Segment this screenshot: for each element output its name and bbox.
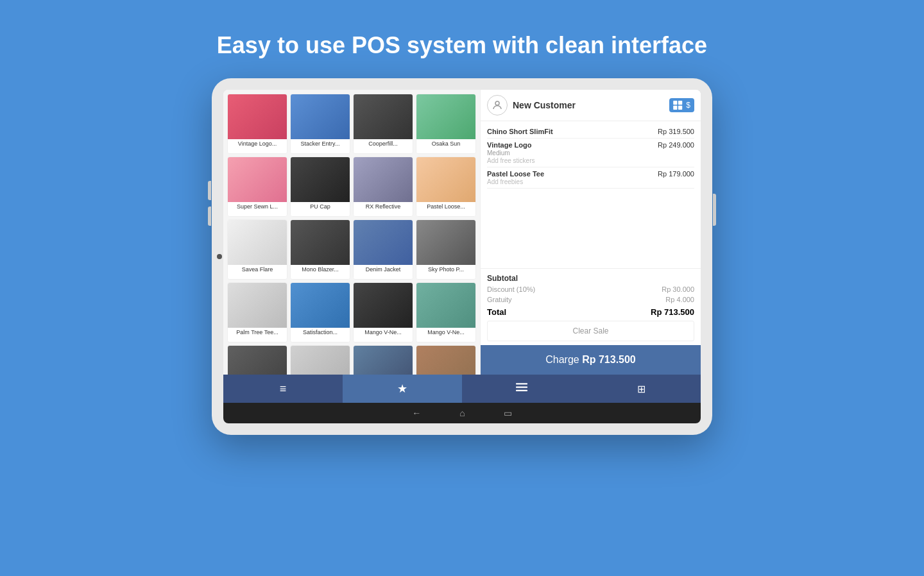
products-panel: Vintage Logo...Stacker Entry...Cooperfil… — [223, 90, 480, 375]
product-label: Denim Jacket — [354, 265, 413, 279]
total-value: Rp 713.500 — [651, 307, 694, 317]
list-icon — [516, 383, 527, 394]
order-panel: New Customer $ Chi — [480, 90, 701, 375]
order-item[interactable]: Vintage LogoMediumAdd free stickersRp 24… — [487, 139, 694, 167]
order-summary: Subtotal Discount (10%) Rp 30.000 Gratui… — [481, 268, 701, 345]
svg-rect-6 — [516, 387, 527, 388]
product-label: Stacker Entry... — [291, 139, 350, 153]
nav-calculator[interactable]: ⊞ — [581, 375, 701, 403]
product-image — [416, 283, 475, 328]
product-label: Sky Photo P... — [416, 265, 475, 279]
product-item[interactable]: Cooperfill... — [353, 94, 413, 154]
subtotal-row: Subtotal — [487, 273, 694, 284]
product-item[interactable]: Pastel Loose... — [416, 157, 476, 217]
clear-sale-button[interactable]: Clear Sale — [487, 321, 694, 341]
tablet-frame: Vintage Logo...Stacker Entry...Cooperfil… — [212, 78, 712, 435]
charge-button[interactable]: Charge Rp 713.500 — [481, 345, 701, 375]
gratuity-row: Gratuity Rp 4.000 — [487, 294, 694, 305]
gratuity-value: Rp 4.000 — [665, 296, 694, 303]
tablet-screen: Vintage Logo...Stacker Entry...Cooperfil… — [223, 90, 701, 423]
discount-row: Discount (10%) Rp 30.000 — [487, 284, 694, 294]
product-item[interactable]: Mono Blazer... — [290, 219, 350, 280]
android-recent-button[interactable]: ▭ — [504, 408, 512, 418]
product-image — [416, 94, 475, 139]
product-item[interactable]: York Park — [353, 345, 413, 375]
total-label: Total — [487, 307, 506, 317]
product-image — [354, 94, 413, 139]
product-item[interactable]: RX Reflective — [353, 157, 413, 217]
product-item[interactable]: Super Sewn L... — [227, 157, 287, 217]
product-label: Satisfaction... — [291, 328, 350, 342]
product-image — [228, 283, 287, 328]
product-image — [291, 157, 350, 202]
favorites-icon: ★ — [397, 382, 407, 396]
nav-orders[interactable] — [462, 375, 581, 403]
product-item[interactable]: Savea Flare — [227, 219, 287, 280]
nav-menu[interactable]: ≡ — [223, 375, 343, 403]
product-item[interactable]: Stacker Entry... — [290, 94, 350, 154]
product-item[interactable]: Palm Tree Tee... — [227, 282, 287, 343]
product-item[interactable]: Mango V-Ne... — [416, 282, 476, 343]
product-item[interactable]: Corduroy... — [227, 345, 287, 375]
gratuity-label: Gratuity — [487, 296, 512, 303]
product-image — [228, 94, 287, 139]
product-image — [354, 157, 413, 202]
android-home-button[interactable]: ⌂ — [459, 408, 465, 418]
product-item[interactable]: Satisfaction... — [290, 282, 350, 343]
product-item[interactable]: PU Cap — [290, 157, 350, 217]
order-item-price: Rp 179.000 — [658, 170, 694, 178]
order-item-variant: Medium — [487, 149, 535, 157]
svg-point-0 — [495, 101, 499, 105]
order-item-note: Add free stickers — [487, 157, 535, 164]
product-image — [291, 283, 350, 328]
charge-label: Charge — [545, 354, 579, 365]
order-menu-button[interactable]: $ — [669, 98, 694, 112]
customer-avatar[interactable] — [487, 95, 508, 115]
order-item-note: Add freebies — [487, 178, 544, 185]
product-image — [228, 157, 287, 202]
svg-rect-2 — [678, 101, 682, 105]
product-image — [291, 220, 350, 265]
product-image — [354, 346, 413, 375]
tablet-vol-up — [208, 181, 211, 200]
android-back-button[interactable]: ← — [412, 408, 421, 418]
page-headline: Easy to use POS system with clean interf… — [217, 32, 707, 59]
nav-favorites[interactable]: ★ — [343, 375, 462, 403]
svg-rect-5 — [516, 383, 527, 384]
subtotal-label: Subtotal — [487, 274, 518, 283]
product-item[interactable]: Sky Photo P... — [416, 219, 476, 280]
calculator-icon: ⊞ — [637, 383, 646, 395]
order-item-details: Pastel Loose TeeAdd freebies — [487, 170, 544, 185]
product-label: Super Sewn L... — [228, 202, 287, 216]
product-item[interactable]: Hurloy Dri-Fit... — [290, 345, 350, 375]
order-items-list: Chino Short SlimFitRp 319.500Vintage Log… — [481, 121, 701, 268]
product-label: Cooperfill... — [354, 139, 413, 153]
svg-rect-7 — [516, 390, 527, 391]
product-item[interactable]: Mango V-Ne... — [353, 282, 413, 343]
product-label: RX Reflective — [354, 202, 413, 216]
order-item[interactable]: Pastel Loose TeeAdd freebiesRp 179.000 — [487, 167, 694, 189]
product-item[interactable]: Borsa Reinfor... — [416, 345, 476, 375]
product-label: Savea Flare — [228, 265, 287, 279]
discount-value: Rp 30.000 — [662, 285, 694, 293]
order-item-details: Vintage LogoMediumAdd free stickers — [487, 141, 535, 164]
product-label: Vintage Logo... — [228, 139, 287, 153]
order-item[interactable]: Chino Short SlimFitRp 319.500 — [487, 125, 694, 139]
product-image — [416, 157, 475, 202]
product-image — [416, 220, 475, 265]
product-label: Mango V-Ne... — [354, 328, 413, 342]
products-grid: Vintage Logo...Stacker Entry...Cooperfil… — [227, 94, 476, 375]
product-image — [416, 346, 475, 375]
order-header: New Customer $ — [481, 90, 701, 121]
product-image — [291, 94, 350, 139]
product-label: Osaka Sun — [416, 139, 475, 153]
product-item[interactable]: Osaka Sun — [416, 94, 476, 154]
charge-amount: Rp 713.500 — [582, 354, 636, 365]
product-image — [228, 220, 287, 265]
product-image — [291, 346, 350, 375]
android-navigation: ← ⌂ ▭ — [223, 403, 701, 423]
order-item-details: Chino Short SlimFit — [487, 128, 553, 135]
product-label: Pastel Loose... — [416, 202, 475, 216]
product-item[interactable]: Vintage Logo... — [227, 94, 287, 154]
product-item[interactable]: Denim Jacket — [353, 219, 413, 280]
